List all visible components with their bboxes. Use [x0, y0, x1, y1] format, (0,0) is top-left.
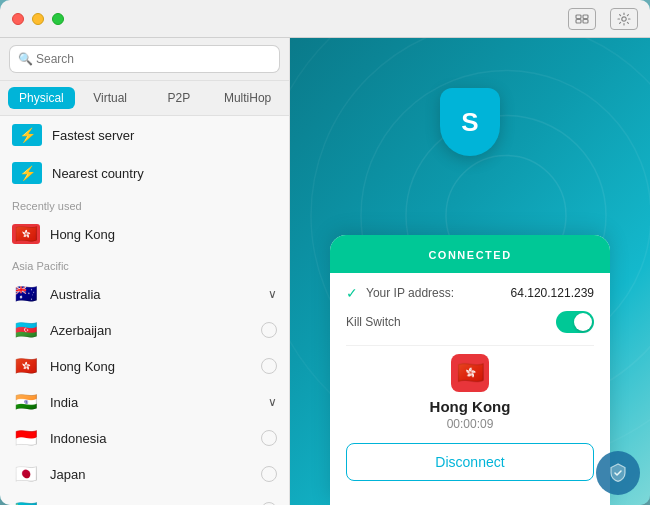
nearest-label: Nearest country: [52, 166, 277, 181]
svg-point-4: [622, 16, 626, 20]
maximize-button[interactable]: [52, 13, 64, 25]
toggle-knob: [574, 313, 592, 331]
asia-pacific-label: Asia Pacific: [0, 252, 289, 276]
server-item-india[interactable]: 🇮🇳 India ∨: [0, 384, 289, 420]
disconnect-button[interactable]: Disconnect: [346, 443, 594, 481]
server-item-nearest[interactable]: ⚡ Nearest country: [0, 154, 289, 192]
tab-physical[interactable]: Physical: [8, 87, 75, 109]
indonesia-name: Indonesia: [50, 431, 251, 446]
server-item-hong-kong[interactable]: 🇭🇰 Hong Kong: [0, 348, 289, 384]
ip-label: Your IP address:: [366, 286, 503, 300]
recently-used-label: Recently used: [0, 192, 289, 216]
connected-header: CONNECTED: [330, 235, 610, 273]
window-icon-1[interactable]: [568, 8, 596, 30]
server-item-australia[interactable]: 🇦🇺 Australia ∨: [0, 276, 289, 312]
vpn-logo: S: [440, 88, 500, 156]
server-item-japan[interactable]: 🇯🇵 Japan: [0, 456, 289, 492]
tab-virtual[interactable]: Virtual: [77, 87, 144, 109]
connected-status: CONNECTED: [428, 249, 511, 261]
svg-rect-0: [576, 15, 581, 19]
nearest-icon: ⚡: [12, 162, 42, 184]
check-icon: ✓: [346, 285, 358, 301]
fastest-label: Fastest server: [52, 128, 277, 143]
kill-switch-row: Kill Switch: [346, 311, 594, 333]
kill-switch-toggle[interactable]: [556, 311, 594, 333]
japan-name: Japan: [50, 467, 251, 482]
search-icon: 🔍: [18, 52, 33, 66]
indonesia-radio: [261, 430, 277, 446]
india-name: India: [50, 395, 258, 410]
ip-row: ✓ Your IP address: 64.120.121.239: [346, 285, 594, 301]
kill-switch-label: Kill Switch: [346, 315, 556, 329]
india-chevron: ∨: [268, 395, 277, 409]
right-panel: S CONNECTED ✓ Your IP address: 64.120.12…: [290, 38, 650, 505]
tabs: Physical Virtual P2P MultiHop: [0, 81, 289, 116]
svg-rect-2: [576, 19, 581, 23]
australia-flag: 🇦🇺: [12, 284, 40, 304]
azerbaijan-flag: 🇦🇿: [12, 320, 40, 340]
tab-multihop[interactable]: MultiHop: [214, 87, 281, 109]
australia-chevron: ∨: [268, 287, 277, 301]
australia-name: Australia: [50, 287, 258, 302]
ip-value: 64.120.121.239: [511, 286, 594, 300]
minimize-button[interactable]: [32, 13, 44, 25]
tab-p2p[interactable]: P2P: [146, 87, 213, 109]
connected-card: CONNECTED ✓ Your IP address: 64.120.121.…: [330, 235, 610, 505]
location-name: Hong Kong: [346, 398, 594, 415]
fastest-icon: ⚡: [12, 124, 42, 146]
hong-kong-name: Hong Kong: [50, 359, 251, 374]
hong-kong-radio: [261, 358, 277, 374]
title-bar: [0, 0, 650, 38]
indonesia-flag: 🇮🇩: [12, 428, 40, 448]
sidebar: 🔍 Physical Virtual P2P MultiHop ⚡ Fastes…: [0, 38, 290, 505]
india-flag: 🇮🇳: [12, 392, 40, 412]
server-item-hk-recent[interactable]: 🇭🇰 Hong Kong: [0, 216, 289, 252]
server-item-kazakhstan[interactable]: 🇰🇿 Kazakhstan: [0, 492, 289, 505]
card-body: ✓ Your IP address: 64.120.121.239 Kill S…: [330, 273, 610, 505]
search-bar: 🔍: [0, 38, 289, 81]
azerbaijan-radio: [261, 322, 277, 338]
vpn-logo-letter: S: [461, 107, 478, 138]
azerbaijan-name: Azerbaijan: [50, 323, 251, 338]
location-timer: 00:00:09: [346, 417, 594, 431]
location-flag-icon: 🇭🇰: [451, 354, 489, 392]
server-item-indonesia[interactable]: 🇮🇩 Indonesia: [0, 420, 289, 456]
search-input[interactable]: [10, 46, 279, 72]
svg-rect-1: [583, 15, 588, 19]
japan-radio: [261, 466, 277, 482]
settings-icon[interactable]: [610, 8, 638, 30]
main-content: 🔍 Physical Virtual P2P MultiHop ⚡ Fastes…: [0, 38, 650, 505]
app-window: 🔍 Physical Virtual P2P MultiHop ⚡ Fastes…: [0, 0, 650, 505]
kazakhstan-flag: 🇰🇿: [12, 500, 40, 505]
close-button[interactable]: [12, 13, 24, 25]
location-section: 🇭🇰 Hong Kong 00:00:09 Disconnect: [346, 345, 594, 493]
hong-kong-flag: 🇭🇰: [12, 356, 40, 376]
vpn-shield-icon[interactable]: [596, 451, 640, 495]
server-item-fastest[interactable]: ⚡ Fastest server: [0, 116, 289, 154]
svg-rect-3: [583, 19, 588, 23]
hk-recent-flag: 🇭🇰: [12, 224, 40, 244]
japan-flag: 🇯🇵: [12, 464, 40, 484]
server-item-azerbaijan[interactable]: 🇦🇿 Azerbaijan: [0, 312, 289, 348]
hk-recent-name: Hong Kong: [50, 227, 277, 242]
